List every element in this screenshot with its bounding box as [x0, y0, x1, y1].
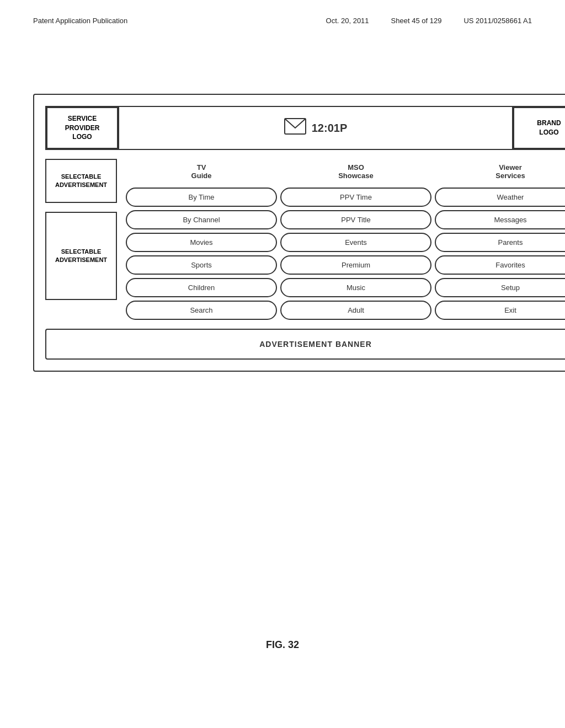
top-bar: SERVICE PROVIDER LOGO 12:01P BRAND LOGO	[45, 106, 565, 150]
btn-movies[interactable]: Movies	[126, 233, 277, 252]
btn-ppv-title[interactable]: PPV Title	[280, 210, 431, 229]
figure-caption: FIG. 32	[0, 639, 565, 651]
btn-events[interactable]: Events	[280, 233, 431, 252]
header-info: Oct. 20, 2011 Sheet 45 of 129 US 2011/02…	[326, 17, 532, 25]
btn-music[interactable]: Music	[280, 278, 431, 297]
menu-header-mso: MSOShowcase	[280, 159, 431, 184]
btn-parents[interactable]: Parents	[435, 233, 565, 252]
btn-setup[interactable]: Setup	[435, 278, 565, 297]
page-header: Patent Application Publication Oct. 20, …	[33, 17, 532, 25]
btn-ppv-time[interactable]: PPV Time	[280, 188, 431, 207]
menu-header-tv-guide: TVGuide	[126, 159, 277, 184]
btn-premium[interactable]: Premium	[280, 255, 431, 275]
btn-by-channel[interactable]: By Channel	[126, 210, 277, 229]
btn-weather[interactable]: Weather	[435, 188, 565, 207]
envelope-icon	[284, 118, 306, 138]
selectable-ad-2: SELECTABLE ADVERTISEMENT	[45, 212, 117, 300]
menu-header-viewer-services: ViewerServices	[435, 159, 565, 184]
publication-label: Patent Application Publication	[33, 17, 127, 25]
main-content: SELECTABLE ADVERTISEMENT SELECTABLE ADVE…	[45, 159, 565, 320]
btn-messages[interactable]: Messages	[435, 210, 565, 229]
btn-sports[interactable]: Sports	[126, 255, 277, 275]
btn-by-time[interactable]: By Time	[126, 188, 277, 207]
service-provider-logo: SERVICE PROVIDER LOGO	[46, 107, 118, 149]
btn-favorites[interactable]: Favorites	[435, 255, 565, 275]
btn-exit[interactable]: Exit	[435, 301, 565, 320]
patent-number: US 2011/0258661 A1	[463, 17, 532, 25]
sheet-label: Sheet 45 of 129	[391, 17, 442, 25]
selectable-ad-1: SELECTABLE ADVERTISEMENT	[45, 159, 117, 203]
ad-banner: ADVERTISEMENT BANNER	[45, 329, 565, 360]
time-section: 12:01P	[118, 107, 513, 149]
time-display: 12:01P	[312, 122, 348, 135]
brand-logo: BRAND LOGO	[513, 107, 565, 149]
left-ads-column: SELECTABLE ADVERTISEMENT SELECTABLE ADVE…	[45, 159, 117, 320]
date-label: Oct. 20, 2011	[326, 17, 369, 25]
diagram-container: SERVICE PROVIDER LOGO 12:01P BRAND LOGO …	[33, 94, 565, 372]
menu-grid: TVGuide MSOShowcase ViewerServices By Ti…	[126, 159, 565, 320]
btn-children[interactable]: Children	[126, 278, 277, 297]
btn-adult[interactable]: Adult	[280, 301, 431, 320]
btn-search[interactable]: Search	[126, 301, 277, 320]
